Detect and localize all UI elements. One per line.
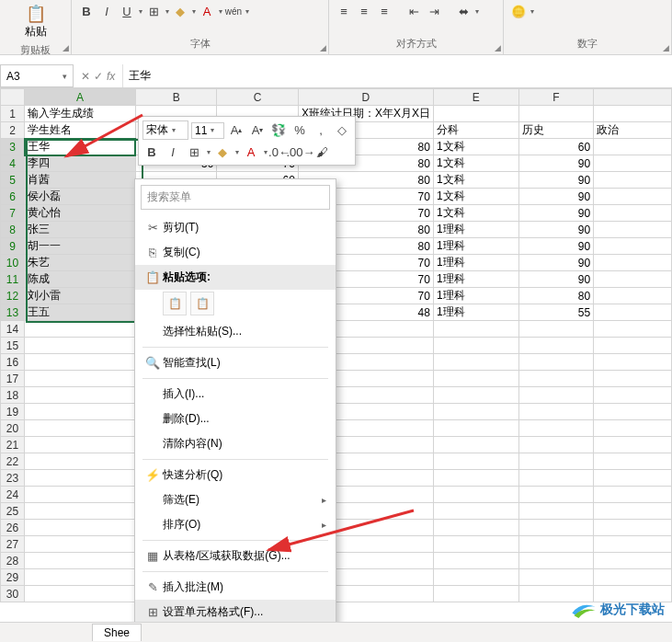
cell-E13[interactable]: 1理科 — [433, 304, 518, 321]
cell-G13[interactable] — [594, 304, 672, 321]
merge-button[interactable]: ⬌ — [454, 2, 473, 20]
cell-A2[interactable]: 学生姓名 — [25, 122, 136, 139]
cell-A13[interactable]: 王五 — [25, 304, 136, 321]
ctx-quick-analysis[interactable]: ⚡快速分析(Q) — [135, 463, 336, 487]
cell-G11[interactable] — [594, 271, 672, 288]
cell-G22[interactable] — [594, 453, 672, 470]
cell-F12[interactable]: 80 — [518, 288, 593, 304]
cell-E14[interactable] — [433, 321, 518, 338]
cell-E1[interactable] — [433, 106, 518, 122]
cell-E23[interactable] — [433, 470, 518, 487]
cell-A16[interactable] — [25, 354, 136, 371]
phonetic-button[interactable]: wén — [224, 2, 243, 20]
cell-E8[interactable]: 1理科 — [433, 222, 518, 238]
row-head-19[interactable]: 19 — [1, 404, 25, 420]
currency-icon[interactable]: 💱 — [269, 121, 288, 140]
cell-A19[interactable] — [25, 404, 136, 420]
ctx-smart-lookup[interactable]: 🔍智能查找(L) — [135, 350, 336, 375]
name-box[interactable]: A3 ▾ — [0, 64, 74, 87]
cell-G1[interactable] — [594, 106, 672, 122]
cell-A24[interactable] — [25, 487, 136, 503]
cell-A6[interactable]: 侯小磊 — [25, 189, 136, 205]
col-head-[interactable] — [594, 89, 672, 106]
cell-G27[interactable] — [594, 536, 672, 553]
row-head-1[interactable]: 1 — [1, 106, 25, 122]
align-right-button[interactable]: ≡ — [375, 2, 393, 20]
expand-icon[interactable]: ◢ — [495, 43, 501, 52]
cell-F3[interactable]: 60 — [518, 139, 593, 155]
cell-F7[interactable]: 90 — [518, 205, 593, 222]
ctx-paste-options[interactable]: 📋粘贴选项: — [135, 265, 336, 290]
row-head-20[interactable]: 20 — [1, 420, 25, 437]
row-head-28[interactable]: 28 — [1, 553, 25, 569]
cell-F1[interactable] — [518, 106, 593, 122]
comma-icon[interactable]: , — [312, 121, 330, 140]
cell-F9[interactable]: 90 — [518, 238, 593, 255]
paste-values-icon[interactable]: 📋 — [190, 292, 214, 315]
cell-E18[interactable] — [433, 387, 518, 404]
col-head-D[interactable]: D — [298, 89, 433, 106]
row-head-5[interactable]: 5 — [1, 172, 25, 189]
cell-E19[interactable] — [433, 404, 518, 420]
confirm-icon[interactable]: ✓ — [94, 70, 103, 83]
cell-A22[interactable] — [25, 453, 136, 470]
cell-E17[interactable] — [433, 371, 518, 387]
paste-button[interactable]: 📋 粘贴 — [6, 2, 65, 41]
cell-E15[interactable] — [433, 338, 518, 354]
cell-A9[interactable]: 胡一一 — [25, 238, 136, 255]
increase-font-icon[interactable]: A▴ — [227, 121, 245, 140]
cell-F4[interactable]: 90 — [518, 155, 593, 172]
cell-F2[interactable]: 历史 — [518, 122, 593, 139]
row-head-21[interactable]: 21 — [1, 437, 25, 453]
expand-icon[interactable]: ◢ — [320, 43, 326, 52]
cell-G26[interactable] — [594, 520, 672, 536]
row-head-26[interactable]: 26 — [1, 520, 25, 536]
context-search[interactable]: 搜索菜单 — [141, 185, 330, 210]
row-head-9[interactable]: 9 — [1, 238, 25, 255]
cell-E28[interactable] — [433, 553, 518, 569]
formula-input[interactable]: 王华 — [122, 64, 672, 87]
cell-E2[interactable]: 分科 — [433, 122, 518, 139]
cancel-icon[interactable]: ✕ — [81, 70, 90, 83]
cell-E10[interactable]: 1理科 — [433, 255, 518, 271]
expand-icon[interactable]: ◢ — [63, 43, 69, 52]
expand-icon[interactable]: ◢ — [663, 43, 669, 52]
cell-F26[interactable] — [518, 520, 593, 536]
cell-A14[interactable] — [25, 321, 136, 338]
cell-E26[interactable] — [433, 520, 518, 536]
cell-E6[interactable]: 1文科 — [433, 189, 518, 205]
row-head-8[interactable]: 8 — [1, 222, 25, 238]
indent-increase-button[interactable]: ⇥ — [425, 2, 443, 20]
decrease-font-icon[interactable]: A▾ — [248, 121, 267, 140]
cell-F19[interactable] — [518, 404, 593, 420]
cell-E25[interactable] — [433, 503, 518, 520]
cell-F5[interactable]: 90 — [518, 172, 593, 189]
fx-icon[interactable]: fx — [107, 70, 115, 83]
cell-A25[interactable] — [25, 503, 136, 520]
cell-A20[interactable] — [25, 420, 136, 437]
cell-F28[interactable] — [518, 553, 593, 569]
cell-E29[interactable] — [433, 569, 518, 586]
cell-E4[interactable]: 1文科 — [433, 155, 518, 172]
ctx-copy[interactable]: ⎘复制(C) — [135, 240, 336, 265]
border-button[interactable]: ⊞ — [144, 2, 163, 20]
cell-E21[interactable] — [433, 437, 518, 453]
cell-A21[interactable] — [25, 437, 136, 453]
ctx-format-cells[interactable]: ⊞设置单元格格式(F)... — [135, 600, 336, 625]
col-head-E[interactable]: E — [433, 89, 518, 106]
row-head-4[interactable]: 4 — [1, 155, 25, 172]
col-head-B[interactable]: B — [135, 89, 216, 106]
format-painter-icon[interactable]: 🖌 — [313, 143, 331, 161]
italic-button[interactable]: I — [97, 2, 116, 20]
cell-G7[interactable] — [594, 205, 672, 222]
align-left-button[interactable]: ≡ — [335, 2, 353, 20]
cell-A4[interactable]: 李四 — [25, 155, 136, 172]
cell-A29[interactable] — [25, 569, 136, 586]
ctx-delete[interactable]: 删除(D)... — [135, 407, 336, 431]
clear-fmt-icon[interactable]: ◇ — [333, 121, 351, 140]
cell-A10[interactable]: 朱艺 — [25, 255, 136, 271]
cell-G5[interactable] — [594, 172, 672, 189]
cell-F27[interactable] — [518, 536, 593, 553]
cell-A27[interactable] — [25, 536, 136, 553]
cell-F15[interactable] — [518, 338, 593, 354]
